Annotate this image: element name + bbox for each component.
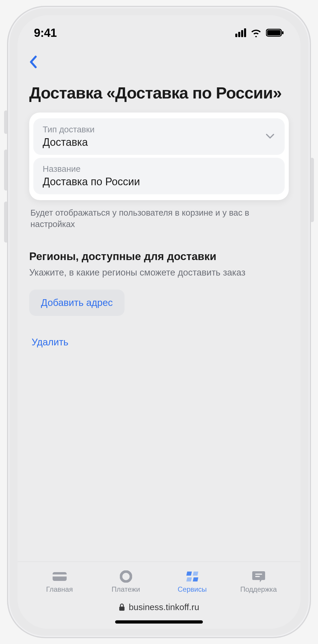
svg-rect-2 <box>282 31 284 34</box>
tab-support-label: Поддержка <box>240 585 277 593</box>
tab-services-label: Сервисы <box>178 585 207 593</box>
wifi-icon <box>250 28 262 37</box>
delivery-type-value: Доставка <box>43 136 275 148</box>
phone-frame: 9:41 Доставка «Доставка по России» <box>7 6 311 638</box>
card-icon <box>51 570 68 583</box>
tab-payments-label: Платежи <box>112 585 140 593</box>
content-area: Доставка «Доставка по России» Тип достав… <box>18 71 300 562</box>
lock-icon <box>119 603 125 611</box>
page-title: Доставка «Доставка по России» <box>29 83 289 103</box>
delivery-type-label: Тип доставки <box>43 125 275 134</box>
status-bar: 9:41 <box>18 15 300 50</box>
delivery-type-select[interactable]: Тип доставки Доставка <box>33 118 285 155</box>
svg-rect-8 <box>119 607 125 611</box>
battery-icon <box>266 28 284 37</box>
name-label: Название <box>43 164 275 174</box>
circle-icon <box>118 570 134 583</box>
helper-text: Будет отображаться у пользователя в корз… <box>29 207 289 230</box>
chevron-left-icon <box>29 56 37 68</box>
browser-url: business.tinkoff.ru <box>129 602 199 612</box>
regions-subtext: Укажите, в какие регионы сможете достави… <box>29 267 289 278</box>
svg-rect-4 <box>53 574 67 577</box>
status-time: 9:41 <box>34 26 57 39</box>
tab-support[interactable]: Поддержка <box>232 570 285 593</box>
svg-point-5 <box>121 572 131 581</box>
svg-rect-1 <box>267 30 281 35</box>
svg-rect-6 <box>255 574 262 575</box>
form-card: Тип доставки Доставка Название Доставка … <box>29 112 289 200</box>
tab-home[interactable]: Главная <box>33 570 86 593</box>
browser-url-bar[interactable]: business.tinkoff.ru <box>18 596 300 616</box>
chevron-down-icon <box>265 133 275 140</box>
name-value: Доставка по России <box>43 176 275 188</box>
regions-header: Регионы, доступные для доставки <box>29 250 289 263</box>
delete-button[interactable]: Удалить <box>29 337 289 348</box>
tab-services[interactable]: Сервисы <box>166 570 219 593</box>
back-button[interactable] <box>27 56 40 68</box>
svg-rect-7 <box>255 576 260 577</box>
nav-bar <box>18 50 300 71</box>
name-input[interactable]: Название Доставка по России <box>33 158 285 194</box>
tab-home-label: Главная <box>46 585 73 593</box>
chat-icon <box>250 570 267 583</box>
grid-icon <box>184 570 201 583</box>
phone-screen: 9:41 Доставка «Доставка по России» <box>18 15 300 629</box>
home-indicator[interactable] <box>115 620 203 624</box>
status-icons <box>234 28 284 37</box>
tab-bar-container: Главная Платежи <box>18 562 300 629</box>
tab-payments[interactable]: Платежи <box>100 570 152 593</box>
cellular-icon <box>234 28 246 37</box>
add-address-button[interactable]: Добавить адрес <box>29 290 125 316</box>
tab-bar: Главная Платежи <box>18 562 300 596</box>
